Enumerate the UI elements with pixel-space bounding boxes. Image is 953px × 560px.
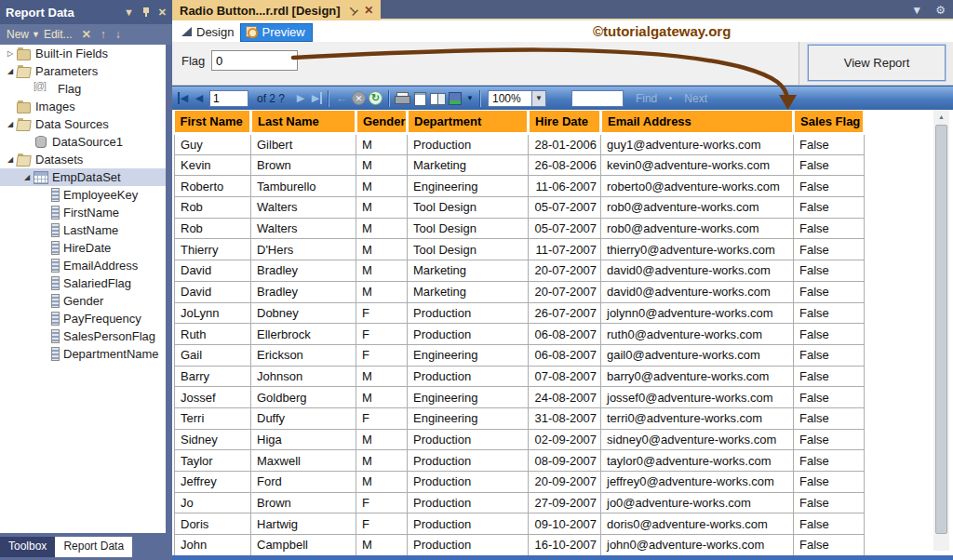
zoom-select[interactable]: 100% [488,90,532,107]
column-header-department: Department [408,111,529,134]
scrollbar-up-arrow-icon[interactable]: ▲ [933,110,949,124]
next-link[interactable]: Next [684,92,707,105]
design-tab-button[interactable]: Design [177,24,240,41]
table-cell: Jeffrey [175,472,251,493]
vertical-scrollbar[interactable]: ▲ [933,110,949,551]
table-cell: False [794,134,865,155]
tree-item-hiredate[interactable]: HireDate [0,239,166,257]
table-cell: F [356,492,408,513]
document-tab[interactable]: Radio Button...r.rdl [Design] ⊣ ✕ [172,0,381,20]
folder-icon [17,47,32,60]
tree-item-lastname[interactable]: LastName [0,221,166,239]
back-to-parent-icon[interactable]: ← [334,91,349,105]
panel-pin-icon[interactable] [141,7,151,18]
print-layout-icon[interactable] [412,92,427,105]
document-tab-strip: Radio Button...r.rdl [Design] ⊣ ✕ ▼ ⚙ [172,0,953,20]
table-cell: Marketing [408,281,529,302]
table-cell: taylor0@adventure-works.com [601,450,794,472]
parameter-bar: Flag View Report [172,42,953,86]
field-icon [50,260,60,272]
tree-item-salariedflag[interactable]: SalariedFlag [0,274,166,292]
expander-expanded-icon[interactable]: ◢ [4,155,17,164]
scrollbar-thumb[interactable] [935,125,947,534]
tree-item-images[interactable]: Images [0,98,166,115]
zoom-dropdown-caret-icon[interactable]: ▼ [532,90,546,107]
previous-page-button[interactable]: ◀ [192,92,207,104]
export-icon[interactable] [448,92,463,105]
stop-rendering-icon[interactable]: ✕ [352,91,366,105]
table-row: BarryJohnsonMProduction07-08-2007barry0@… [175,366,865,387]
preview-tab-button[interactable]: Preview [240,23,312,42]
expander-collapsed-icon[interactable]: ▷ [4,49,17,58]
find-link[interactable]: Find [636,92,657,105]
tree-item-flag[interactable]: Flag [0,80,166,98]
table-cell: Production [408,134,529,155]
table-row: JeffreyFordMProduction20-09-2007jeffrey0… [175,472,865,493]
folder-open-icon [17,153,32,166]
find-text-input[interactable] [571,90,624,107]
new-button[interactable]: New ▼ [7,28,40,41]
tree-item-emailaddress[interactable]: EmailAddress [0,257,166,274]
table-cell: Tamburello [251,176,356,197]
table-cell: jeffrey0@adventure-works.com [601,472,794,493]
table-row: DavidBradleyMMarketing20-07-2007david0@a… [175,281,865,302]
table-row: DorisHartwigFProduction09-10-2007doris0@… [175,513,865,535]
tree-item-data-sources[interactable]: ◢Data Sources [0,115,166,133]
panel-close-icon[interactable]: ✕ [158,7,167,19]
tree-item-datasource1[interactable]: DataSource1 [0,133,166,151]
table-icon [34,171,48,183]
tree-item-payfrequency[interactable]: PayFrequency [0,310,166,327]
window-list-chevron-icon[interactable]: ▼ [911,4,922,17]
report-data-panel-title: Report Data [6,6,74,20]
tab-toolbox[interactable]: Toolbox [0,537,55,557]
expander-expanded-icon[interactable]: ◢ [4,120,17,128]
tree-item-datasets[interactable]: ◢Datasets [0,151,166,168]
table-cell: jolynn0@adventure-works.com [601,302,794,324]
move-up-icon[interactable]: ↑ [101,28,106,41]
tree-item-employeekey[interactable]: EmployeeKey [0,186,166,204]
tree-item-salespersonflag[interactable]: SalesPersonFlag [0,327,166,345]
page-setup-icon[interactable] [430,92,445,105]
table-cell: M [356,387,408,408]
panel-menu-chevron-icon[interactable]: ▼ [124,7,134,18]
tree-item-label: EmailAddress [62,259,138,273]
report-data-tree: ▷Built-in Fields◢ParametersFlagImages◢Da… [0,45,166,533]
delete-icon[interactable]: ✕ [82,28,91,41]
next-page-button[interactable]: ▶ [293,92,308,104]
tree-item-gender[interactable]: Gender [0,292,166,310]
design-tab-label: Design [196,25,234,39]
flag-parameter-input[interactable] [211,50,298,71]
table-cell: 26-07-2007 [529,302,601,324]
last-page-button[interactable]: ▶ [311,92,322,104]
tree-item-firstname[interactable]: FirstName [0,204,166,221]
table-cell: 06-08-2007 [529,344,601,366]
tree-item-label: PayFrequency [62,312,141,326]
print-icon[interactable] [395,92,409,105]
field-icon [50,189,60,201]
move-down-icon[interactable]: ↓ [115,28,121,41]
field-icon [50,207,60,219]
first-page-button[interactable]: ◀ [178,92,189,104]
tab-report-data[interactable]: Report Data [55,537,132,557]
document-pin-icon[interactable]: ⊣ [344,3,359,18]
tree-item-built-in-fields[interactable]: ▷Built-in Fields [0,45,166,62]
table-row: JohnCampbellMProduction16-10-2007john0@a… [175,535,865,556]
table-cell: Roberto [175,176,251,197]
table-cell: Production [408,472,529,493]
document-close-icon[interactable]: ✕ [364,4,373,17]
settings-gear-icon[interactable]: ⚙ [935,4,946,17]
view-report-button[interactable]: View Report [808,45,946,81]
tree-item-label: Gender [62,294,103,308]
tree-item-empdataset[interactable]: ◢EmpDataSet [0,168,166,186]
tree-item-parameters[interactable]: ◢Parameters [0,62,166,80]
refresh-icon[interactable]: ↻ [369,91,383,105]
view-report-panel: View Report [799,42,953,85]
edit-button[interactable]: Edit... [44,28,73,41]
table-cell: M [356,197,408,219]
export-dropdown-caret-icon[interactable]: ▼ [466,94,474,102]
expander-expanded-icon[interactable]: ◢ [4,67,17,75]
expander-expanded-icon[interactable]: ◢ [20,173,34,181]
tree-item-departmentname[interactable]: DepartmentName [0,345,166,363]
current-page-input[interactable] [209,90,248,107]
table-cell: Kevin [175,154,251,176]
